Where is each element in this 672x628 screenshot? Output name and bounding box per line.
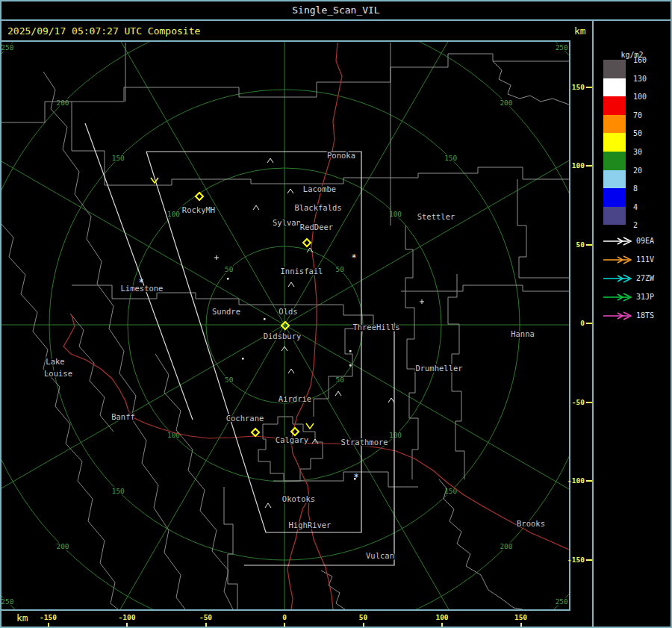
city-label: ThreeHills: [352, 323, 399, 332]
bottom-axis-tick-label: 50: [349, 613, 379, 622]
scale-color-block: [603, 133, 626, 152]
caret-marker: [287, 189, 293, 193]
right-axis-tick: [586, 402, 592, 403]
city-label: Lacombe: [303, 184, 336, 193]
city-label: Innisfail: [281, 267, 323, 276]
station-id-label: 27ZW: [636, 274, 669, 283]
range-ring-label: 150: [112, 154, 125, 162]
caret-marker: [388, 398, 394, 402]
scale-threshold-label: 8: [633, 184, 663, 193]
111V-arrow-icon: [602, 255, 633, 265]
dot-marker: [349, 364, 352, 367]
range-ring-label: 250: [1, 597, 14, 606]
bottom-axis-tick: [48, 623, 49, 627]
county-boundary-line: [258, 417, 323, 481]
range-ring-label: 150: [444, 154, 457, 162]
city-label: Sylvan: [273, 218, 301, 227]
county-boundary-line: [72, 285, 284, 305]
range-ring-label: 50: [336, 376, 345, 384]
right-axis-tick-label: -50: [565, 398, 585, 407]
county-boundary-line: [105, 167, 569, 185]
bottom-axis-tick: [284, 623, 285, 627]
radial-line: [68, 325, 284, 609]
star-marker: *: [353, 472, 358, 482]
star-marker: *: [138, 277, 143, 287]
dot-marker: [227, 278, 229, 280]
county-boundary-line: [224, 487, 237, 609]
window-title: Single_Scan_VIL: [292, 4, 379, 16]
right-axis-tick-label: -100: [565, 476, 585, 485]
range-ring-label: 50: [225, 376, 234, 384]
county-boundary-line: [1, 54, 569, 122]
city-label: Louise: [44, 369, 72, 378]
right-axis-tick-label: 150: [565, 83, 585, 92]
bottom-axis-unit-label: km: [16, 613, 28, 624]
plus-marker: [214, 255, 219, 260]
scale-threshold-label: 50: [633, 129, 663, 138]
right-axis-tick-label: 0: [565, 319, 585, 328]
station-id-label: 18TS: [636, 311, 669, 320]
city-label: Stettler: [417, 212, 455, 221]
bottom-axis-tick-label: 100: [427, 613, 457, 622]
scale-threshold-label: 70: [633, 111, 663, 120]
city-label: Didsbury: [264, 332, 302, 341]
bottom-axis-tick-label: 0: [270, 613, 299, 622]
radial-line: [1, 325, 284, 541]
bottom-axis-tick: [441, 623, 443, 627]
range-ring-label: 50: [336, 265, 345, 273]
radar-site-diamond: [303, 239, 311, 246]
radar-site-diamond: [196, 193, 203, 200]
caret-marker: [288, 282, 294, 287]
scale-threshold-label: 100: [633, 93, 663, 102]
bottom-axis-tick-label: -150: [34, 613, 63, 622]
bottom-axis-tick: [363, 623, 364, 627]
18TS-arrow-icon: [602, 311, 633, 321]
dot-marker: [242, 358, 244, 360]
right-axis-tick-label: 50: [565, 240, 585, 249]
map-frame: 5010015020025050100150200250501001502002…: [1, 40, 570, 611]
county-boundary-line: [448, 274, 464, 479]
station-id-label: 111V: [636, 255, 669, 264]
city-label: Drumheller: [415, 364, 462, 373]
city-label: Blackfalds: [294, 203, 341, 212]
right-axis-tick: [586, 244, 592, 246]
station-id-label: 09EA: [636, 237, 669, 246]
scale-color-block: [603, 188, 626, 207]
radar-map-canvas[interactable]: 5010015020025050100150200250501001502002…: [1, 42, 569, 609]
dot-marker: [264, 318, 266, 320]
range-ring-label: 200: [56, 99, 69, 107]
radial-line: [284, 325, 501, 609]
caret-marker: [253, 205, 259, 210]
range-ring-label: 200: [500, 542, 512, 550]
caret-marker: [265, 503, 271, 508]
scale-threshold-label: 30: [633, 148, 663, 157]
city-label: Ponoka: [327, 151, 355, 160]
bottom-axis-tick: [520, 623, 522, 627]
bottom-axis-tick: [205, 623, 207, 627]
mountain-boundary-line: [70, 314, 113, 432]
city-label: HighRiver: [289, 520, 332, 529]
range-ring-label: 200: [56, 542, 69, 550]
plus-marker: [420, 299, 424, 304]
city-label: Sundre: [212, 307, 240, 316]
scale-color-block: [603, 207, 626, 226]
city-label: Strathmore: [340, 438, 388, 447]
09EA-arrow-icon: [602, 236, 633, 246]
bottom-axis-tick-label: -100: [112, 613, 142, 622]
city-label: Vulcan: [366, 551, 394, 560]
radar-viewer-window: Single_Scan_VIL 2025/09/17 05:07:27 UTC …: [0, 0, 672, 628]
caret-marker: [335, 391, 341, 396]
scale-color-block: [603, 170, 626, 189]
range-ring-label: 250: [1, 43, 14, 52]
title-bar: Single_Scan_VIL: [1, 1, 671, 21]
caret-marker: [288, 369, 294, 373]
city-label: Calgary: [276, 435, 308, 444]
timestamp-label: 2025/09/17 05:07:27 UTC Composite: [7, 24, 200, 39]
scale-threshold-label: 160: [633, 56, 663, 65]
radar-site-diamond: [252, 429, 259, 436]
county-boundary-line: [517, 179, 569, 278]
county-boundary-line: [405, 226, 418, 479]
radial-line: [284, 325, 569, 541]
wind-chevron-marker: [306, 423, 314, 429]
scale-color-block: [603, 152, 626, 170]
